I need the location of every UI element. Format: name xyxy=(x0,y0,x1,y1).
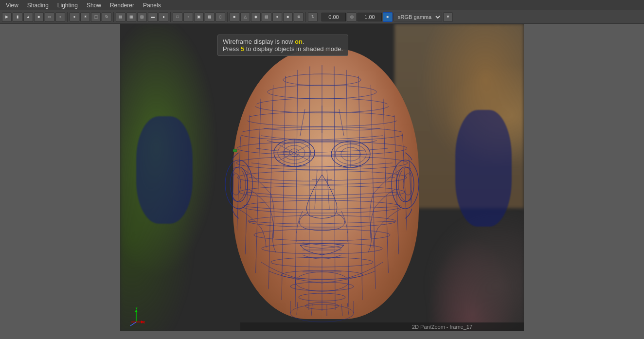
toolbar-btn-4[interactable]: ■ xyxy=(34,12,44,22)
menubar: View Shading Lighting Show Renderer Pane… xyxy=(0,0,644,10)
toolbar-btn-sphere[interactable]: ◯ xyxy=(91,12,101,22)
right-panel xyxy=(524,24,644,339)
toolbar-btn-cam[interactable]: ● xyxy=(70,12,79,22)
svg-line-9 xyxy=(231,119,236,241)
toolbar-snap-1[interactable]: ▧ xyxy=(262,12,271,22)
svg-point-66 xyxy=(398,167,416,201)
toolbar-snap-4[interactable]: ⊗ xyxy=(294,12,304,22)
toolbar-btn-2[interactable]: ▮ xyxy=(13,12,22,22)
toolbar-display-2[interactable]: ▫ xyxy=(183,12,193,22)
wireframe-svg xyxy=(120,24,524,331)
toolbar-gamma-icon[interactable]: ◎ xyxy=(347,12,357,22)
menu-lighting[interactable]: Lighting xyxy=(54,1,82,10)
toolbar-btn-1[interactable]: ▶ xyxy=(2,12,12,22)
menu-panels[interactable]: Panels xyxy=(139,1,165,10)
tooltip-text-2-post: to display objects in shaded mode. xyxy=(244,45,343,53)
wireframe-tooltip: Wireframe display is now on. Press 5 to … xyxy=(217,35,348,56)
svg-line-15 xyxy=(383,84,389,284)
statusbar-text: 2D Pan/Zoom - frame_17 xyxy=(412,324,472,330)
gamma-input[interactable]: 1.00 xyxy=(358,13,382,21)
toolbar-dropdown-arrow[interactable]: ▼ xyxy=(443,12,453,22)
tooltip-line2: Press 5 to display objects in shaded mod… xyxy=(223,45,343,53)
toolbar-refresh[interactable]: ↻ xyxy=(308,12,318,22)
svg-text:Y: Y xyxy=(135,307,138,310)
svg-line-76 xyxy=(311,304,312,316)
toolbar-grid-1[interactable]: ▤ xyxy=(116,12,125,22)
menu-shading[interactable]: Shading xyxy=(23,1,53,10)
sep-5 xyxy=(305,12,306,22)
toolbar-display-5[interactable]: ▯ xyxy=(215,12,225,22)
viewport[interactable]: Wireframe display is now on. Press 5 to … xyxy=(120,24,524,331)
svg-line-13 xyxy=(358,71,362,301)
toolbar-colorspace-icon[interactable]: ■ xyxy=(383,12,393,22)
toolbar-btn-ring[interactable]: ↻ xyxy=(102,12,111,22)
toolbar-snap-2[interactable]: ● xyxy=(272,12,282,22)
left-panel xyxy=(0,24,120,339)
toolbar-btn-6[interactable]: ▪ xyxy=(55,12,65,22)
tooltip-text-2-pre: Press xyxy=(223,45,241,53)
ear-monitor-left xyxy=(233,149,237,152)
colorspace-select[interactable]: sRGB gamma Linear Raw xyxy=(394,13,442,21)
sep-4 xyxy=(227,12,228,22)
svg-line-18 xyxy=(407,119,413,241)
sep-3 xyxy=(170,12,171,22)
toolbar-snap-3[interactable]: ■ xyxy=(283,12,293,22)
toolbar-display-4[interactable]: ▩ xyxy=(205,12,215,22)
svg-line-78 xyxy=(341,304,342,316)
svg-line-12 xyxy=(346,67,349,307)
svg-line-63 xyxy=(339,109,344,136)
toolbar-grid-2[interactable]: ▦ xyxy=(126,12,136,22)
svg-line-84 xyxy=(130,322,136,326)
svg-line-6 xyxy=(255,84,261,284)
toolbar-transform-2[interactable]: △ xyxy=(240,12,250,22)
menu-show[interactable]: Show xyxy=(83,1,105,10)
svg-line-79 xyxy=(347,303,349,315)
toolbar-btn-3[interactable]: ▲ xyxy=(23,12,33,22)
toolbar-display-1[interactable]: □ xyxy=(173,12,182,22)
svg-text:X: X xyxy=(143,320,145,324)
svg-line-75 xyxy=(297,302,298,315)
tooltip-line1: Wireframe display is now on. xyxy=(223,38,343,45)
menu-renderer[interactable]: Renderer xyxy=(106,1,138,10)
toolbar-grid-3[interactable]: ▨ xyxy=(137,12,147,22)
svg-point-64 xyxy=(228,167,246,201)
svg-point-71 xyxy=(396,167,414,202)
svg-point-70 xyxy=(392,160,419,209)
menu-view[interactable]: View xyxy=(2,1,22,10)
toolbar-grid-4[interactable]: ▬ xyxy=(148,12,158,22)
svg-line-3 xyxy=(295,67,298,307)
axes-indicator: X Y xyxy=(126,307,146,327)
toolbar-btn-light[interactable]: ☀ xyxy=(80,12,90,22)
svg-line-17 xyxy=(401,106,408,257)
tooltip-text-1: Wireframe display is now xyxy=(223,38,295,45)
toolbar-grid-5[interactable]: ∎ xyxy=(159,12,168,22)
toolbar-transform-3[interactable]: ◆ xyxy=(251,12,261,22)
toolbar-transform-1[interactable]: ■ xyxy=(230,12,239,22)
tooltip-key-5: 5 xyxy=(241,45,244,53)
sep-1 xyxy=(67,12,68,22)
toolbar-btn-5[interactable]: ▭ xyxy=(45,12,54,22)
toolbar-display-3[interactable]: ▣ xyxy=(194,12,204,22)
viewport-statusbar: 2D Pan/Zoom - frame_17 xyxy=(240,322,524,331)
tooltip-text-1-end: . xyxy=(303,38,304,45)
sep-2 xyxy=(113,12,114,22)
svg-line-4 xyxy=(282,71,286,301)
exposure-input[interactable]: 0.00 xyxy=(322,13,346,21)
tooltip-on-text: on xyxy=(295,38,303,45)
svg-line-8 xyxy=(236,106,242,257)
svg-line-61 xyxy=(300,109,305,136)
toolbar: ▶ ▮ ▲ ■ ▭ ▪ ● ☀ ◯ ↻ ▤ ▦ ▨ ▬ ∎ □ ▫ ▣ ▩ ▯ … xyxy=(0,10,644,24)
